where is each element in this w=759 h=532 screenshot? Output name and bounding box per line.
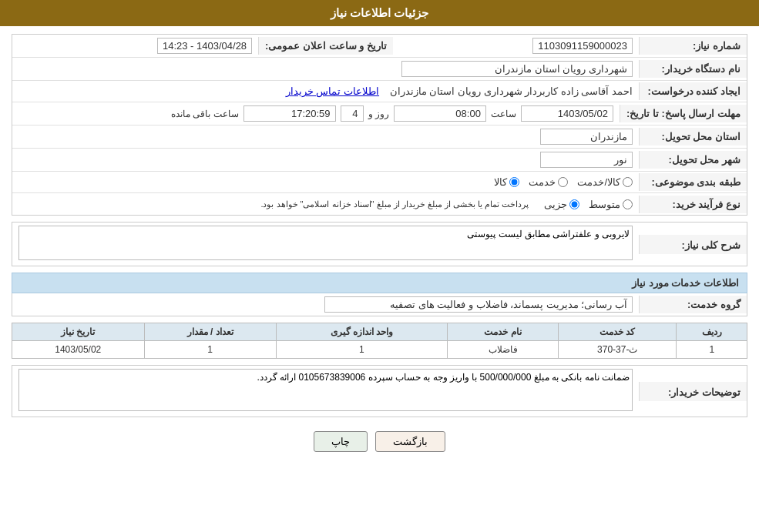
- row-creator: ایجاد کننده درخواست: احمد آقاسی زاده کار…: [12, 81, 747, 102]
- services-section-title: اطلاعات خدمات مورد نیاز: [12, 273, 747, 293]
- services-table-section: ردیف کد خدمت نام خدمت واحد اندازه گیری ت…: [12, 323, 747, 359]
- announce-date-label: تاریخ و ساعت اعلان عمومی:: [258, 37, 393, 55]
- buyer-name-value: شهرداری رویان استان مازندران: [401, 61, 633, 77]
- category-option-kala-khedmat: کالا/خدمت: [577, 176, 633, 188]
- td-service-code: ث-37-370: [559, 341, 677, 359]
- city-label: شهر محل تحویل:: [639, 151, 747, 169]
- main-content: شماره نیاز: 1103091159000023 تاریخ و ساع…: [0, 26, 759, 467]
- need-description-label: شرح کلی نیاز:: [639, 235, 747, 254]
- purchase-type-label-jozii: جزیی: [544, 199, 567, 210]
- page-wrapper: جزئیات اطلاعات نیاز شماره نیاز: 11030911…: [0, 0, 759, 532]
- buyer-notes-label: توضیحات خریدار:: [639, 382, 747, 401]
- row-city: شهر محل تحویل: نور: [12, 149, 747, 172]
- service-group-value-cell: آب رسانی؛ مدیریت پسماند، فاضلاب و فعالیت…: [12, 293, 639, 316]
- creator-label: ایجاد کننده درخواست:: [639, 82, 747, 100]
- category-radio-kala[interactable]: [509, 177, 519, 187]
- deadline-days: 4: [341, 105, 364, 122]
- province-label: استان محل تحویل:: [639, 128, 747, 146]
- need-description-section: شرح کلی نیاز:: [12, 222, 747, 266]
- row-category: طبقه بندی موضوعی: کالا/خدمت خدمت: [12, 172, 747, 193]
- category-label-kala-khedmat: کالا/خدمت: [577, 176, 620, 188]
- table-row: 1 ث-37-370 فاضلاب 1 1 1403/05/02: [12, 341, 747, 359]
- service-group-section: گروه خدمت: آب رسانی؛ مدیریت پسماند، فاضل…: [12, 293, 747, 316]
- print-button[interactable]: چاپ: [314, 431, 368, 452]
- category-radio-group: کالا/خدمت خدمت کالا: [18, 176, 633, 188]
- purchase-type-radio-motavaset[interactable]: [623, 199, 633, 209]
- td-quantity: 1: [144, 341, 276, 359]
- category-radio-kala-khedmat[interactable]: [623, 177, 633, 187]
- category-value-cell: کالا/خدمت خدمت کالا: [12, 173, 639, 191]
- deadline-date: 1403/05/02: [521, 105, 613, 122]
- row-need-description: شرح کلی نیاز:: [12, 223, 747, 266]
- row-buyer-notes: توضیحات خریدار:: [12, 366, 747, 417]
- need-description-value-cell: [12, 223, 639, 266]
- td-date: 1403/05/02: [12, 341, 145, 359]
- deadline-label: مهلت ارسال پاسخ: تا تاریخ:: [620, 105, 747, 122]
- category-label: طبقه بندی موضوعی:: [639, 173, 747, 191]
- button-row: بازگشت چاپ: [12, 423, 747, 460]
- deadline-remaining-label: ساعت باقی مانده: [171, 109, 239, 119]
- category-label-khedmat: خدمت: [529, 176, 556, 188]
- buyer-notes-value-cell: [12, 366, 639, 417]
- service-group-label: گروه خدمت:: [639, 296, 747, 313]
- th-unit: واحد اندازه گیری: [276, 323, 447, 341]
- announce-date-value: 1403/04/28 - 14:23: [157, 38, 252, 54]
- province-value-cell: مازندران: [12, 125, 639, 148]
- deadline-time-label: ساعت: [491, 109, 516, 119]
- deadline-time: 08:00: [394, 105, 486, 122]
- row-deadline: مهلت ارسال پاسخ: تا تاریخ: 1403/05/02 سا…: [12, 102, 747, 125]
- purchase-type-jozii: جزیی: [544, 199, 579, 210]
- td-unit: 1: [276, 341, 447, 359]
- row-province: استان محل تحویل: مازندران: [12, 125, 747, 149]
- th-service-name: نام خدمت: [448, 323, 559, 341]
- td-service-name: فاضلاب: [448, 341, 559, 359]
- table-header-row: ردیف کد خدمت نام خدمت واحد اندازه گیری ت…: [12, 323, 747, 341]
- th-row-num: ردیف: [677, 323, 747, 341]
- td-row-num: 1: [677, 341, 747, 359]
- row-service-group: گروه خدمت: آب رسانی؛ مدیریت پسماند، فاضل…: [12, 293, 747, 316]
- creator-value: احمد آقاسی زاده کاربردار شهرداری رویان ا…: [390, 85, 633, 97]
- category-option-khedmat: خدمت: [529, 176, 568, 188]
- need-number-label: شماره نیاز:: [639, 37, 747, 55]
- purchase-type-label: نوع فرآیند خرید:: [639, 196, 747, 213]
- province-value: مازندران: [540, 129, 633, 145]
- deadline-value-cell: 1403/05/02 ساعت 08:00 روز و 4 17:20:59 س…: [12, 102, 620, 125]
- need-number-value-cell: 1103091159000023: [393, 35, 639, 57]
- category-option-kala: کالا: [494, 176, 519, 188]
- row-buyer-name: نام دستگاه خریدار: شهرداری رویان استان م…: [12, 58, 747, 81]
- category-radio-khedmat[interactable]: [558, 177, 568, 187]
- row-need-number: شماره نیاز: 1103091159000023 تاریخ و ساع…: [12, 35, 747, 58]
- services-table: ردیف کد خدمت نام خدمت واحد اندازه گیری ت…: [12, 323, 747, 359]
- main-info-section: شماره نیاز: 1103091159000023 تاریخ و ساع…: [12, 34, 747, 216]
- deadline-days-label: روز و: [368, 109, 389, 119]
- purchase-type-value-cell: متوسط جزیی پرداخت تمام یا بخشی از مبلغ خ…: [12, 196, 639, 213]
- announce-date-value-cell: 1403/04/28 - 14:23: [12, 35, 258, 57]
- th-date: تاریخ نیاز: [12, 323, 145, 341]
- purchase-type-label-motavaset: متوسط: [589, 199, 620, 210]
- purchase-type-motavaset: متوسط: [589, 199, 633, 210]
- category-label-kala: کالا: [494, 176, 507, 188]
- creator-contact-link[interactable]: اطلاعات تماس خریدار: [286, 85, 379, 97]
- city-value-cell: نور: [12, 149, 639, 171]
- buyer-notes-section: توضیحات خریدار:: [12, 365, 747, 417]
- back-button[interactable]: بازگشت: [375, 431, 445, 452]
- creator-value-cell: احمد آقاسی زاده کاربردار شهرداری رویان ا…: [12, 82, 639, 100]
- th-service-code: کد خدمت: [559, 323, 677, 341]
- purchase-note: پرداخت تمام یا بخشی از مبلغ خریدار از مب…: [260, 199, 529, 209]
- purchase-type-radio-group: متوسط جزیی: [544, 199, 633, 210]
- city-value: نور: [540, 152, 633, 168]
- row-purchase-type: نوع فرآیند خرید: متوسط جزیی: [12, 193, 747, 215]
- buyer-notes-textarea[interactable]: [18, 369, 633, 411]
- buyer-name-label: نام دستگاه خریدار:: [639, 60, 747, 78]
- deadline-remaining: 17:20:59: [243, 105, 336, 122]
- need-description-textarea[interactable]: [18, 226, 633, 260]
- page-title: جزئیات اطلاعات نیاز: [331, 6, 428, 19]
- service-group-value: آب رسانی؛ مدیریت پسماند، فاضلاب و فعالیت…: [324, 296, 633, 313]
- need-number-value: 1103091159000023: [532, 38, 633, 54]
- buyer-name-value-cell: شهرداری رویان استان مازندران: [12, 58, 639, 80]
- page-header: جزئیات اطلاعات نیاز: [0, 0, 759, 26]
- th-quantity: تعداد / مقدار: [144, 323, 276, 341]
- purchase-type-radio-jozii[interactable]: [569, 199, 579, 209]
